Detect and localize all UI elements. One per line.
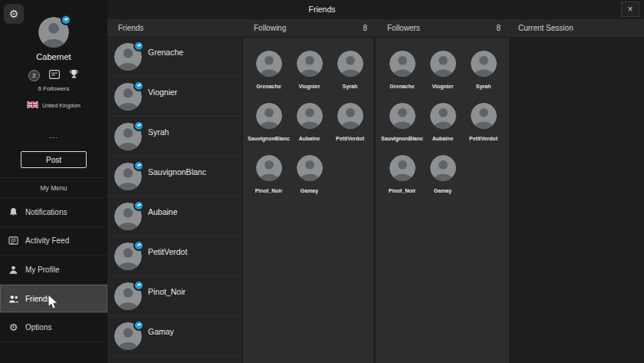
- friend-avatar: [114, 282, 142, 310]
- friend-row[interactable]: PetitVerdot: [107, 236, 242, 276]
- friend-avatar: [114, 83, 142, 111]
- friend-row[interactable]: SauvignonBlanc: [107, 157, 242, 196]
- user-avatar: [297, 103, 323, 129]
- user-avatar: [256, 51, 282, 77]
- user-tile[interactable]: Aubaine: [289, 103, 330, 141]
- sidebar-item-activity-feed[interactable]: Activity Feed: [0, 226, 107, 256]
- user-tile[interactable]: SauvignonBlanc: [248, 103, 289, 141]
- online-badge-icon: [133, 81, 144, 91]
- gear-icon: ⚙: [4, 4, 24, 24]
- friends-column-header: Friends: [118, 19, 143, 37]
- online-badge-icon: [133, 160, 144, 171]
- following-count: 8: [356, 19, 367, 37]
- gear-icon: ⚙: [8, 322, 19, 332]
- tile-name: SauvignonBlanc: [248, 136, 290, 141]
- card-icon: [49, 68, 60, 82]
- followers-count: 8: [490, 19, 501, 37]
- sidebar-item-options[interactable]: ⚙ Options: [0, 312, 107, 342]
- user-tile[interactable]: PetitVerdot: [330, 103, 370, 141]
- user-tile[interactable]: Pinot_Noir: [248, 155, 289, 193]
- following-panel: Grenache Viognier: [243, 37, 373, 363]
- user-tile[interactable]: Aubaine: [422, 103, 463, 141]
- tile-name: Aubaine: [299, 136, 320, 141]
- friend-row[interactable]: Viognier: [107, 77, 242, 117]
- friend-name: SauvignonBlanc: [148, 167, 206, 177]
- friend-avatar: [114, 43, 142, 71]
- user-tile[interactable]: Viognier: [422, 51, 463, 89]
- user-avatar: [430, 103, 456, 129]
- friend-name: Gamay: [148, 327, 174, 336]
- friend-name: PetitVerdot: [148, 247, 187, 256]
- divider: [0, 177, 107, 178]
- tile-name: Syrah: [343, 84, 357, 89]
- menu-item-label: My Profile: [25, 266, 59, 274]
- friend-avatar: [114, 203, 142, 230]
- tile-name: Aubaine: [432, 136, 454, 141]
- user-tile[interactable]: Syrah: [330, 51, 370, 89]
- user-avatar: [297, 155, 323, 181]
- friend-avatar: [114, 243, 142, 270]
- tile-name: Viognier: [432, 84, 454, 89]
- friend-avatar: [114, 123, 142, 150]
- friend-avatar: [114, 163, 142, 190]
- tile-name: Gamay: [301, 188, 318, 193]
- country-name: United Kingdom: [42, 103, 80, 108]
- friends-list: Grenache Viognier: [107, 37, 242, 363]
- user-avatar: [256, 155, 282, 181]
- user-avatar: [430, 51, 456, 77]
- friends-screen: Friends × Friends Following 8 Followers …: [0, 0, 644, 363]
- menu-item-label: Options: [25, 323, 51, 332]
- online-badge-icon: [61, 15, 71, 25]
- uk-flag-icon: [27, 101, 38, 109]
- user-avatar: [389, 155, 416, 181]
- followers-count-text: 6 Followers: [0, 85, 107, 92]
- tile-name: SauvignonBlanc: [381, 136, 423, 141]
- friend-name: Aubaine: [148, 207, 178, 216]
- online-badge-icon: [133, 120, 144, 131]
- user-avatar: [297, 51, 323, 77]
- online-badge-icon: [133, 280, 144, 291]
- friend-row[interactable]: Syrah: [107, 117, 242, 157]
- friends-icon: [8, 294, 19, 304]
- friend-name: Syrah: [148, 127, 169, 137]
- post-button[interactable]: Post: [21, 151, 87, 168]
- tile-name: Viognier: [299, 84, 320, 89]
- user-tile[interactable]: Gamay: [422, 155, 463, 193]
- user-avatar: [337, 103, 363, 129]
- user-tile[interactable]: Pinot_Noir: [382, 155, 422, 193]
- following-column-header: Following: [254, 19, 286, 37]
- friend-row[interactable]: Grenache: [107, 37, 242, 77]
- online-badge-icon: [133, 200, 144, 211]
- profile-stats-row: 2: [0, 68, 107, 82]
- online-badge-icon: [133, 41, 144, 51]
- user-avatar: [471, 51, 497, 77]
- tile-name: Grenache: [256, 84, 281, 89]
- current-session-header: Current Session: [518, 19, 573, 37]
- menu-item-label: Activity Feed: [25, 236, 69, 245]
- user-avatar: [430, 155, 456, 181]
- friend-row[interactable]: Gamay: [107, 316, 242, 356]
- friend-name: Grenache: [148, 48, 183, 57]
- user-tile[interactable]: Viognier: [289, 51, 330, 89]
- menu-title: My Menu: [0, 184, 107, 192]
- activity-feed-icon: [8, 236, 19, 246]
- profile-avatar[interactable]: [38, 17, 69, 48]
- online-badge-icon: [133, 240, 144, 251]
- column-headers-strip: Friends Following 8 Followers 8 Current …: [107, 19, 644, 38]
- user-tile[interactable]: SauvignonBlanc: [382, 103, 422, 141]
- sidebar-item-notifications[interactable]: Notifications: [0, 197, 107, 226]
- user-avatar: [471, 103, 497, 129]
- user-tile[interactable]: Grenache: [382, 51, 422, 89]
- user-avatar: [389, 103, 416, 129]
- followers-column-header: Followers: [387, 19, 420, 37]
- friend-row[interactable]: Aubaine: [107, 196, 242, 236]
- user-avatar: [337, 51, 363, 77]
- settings-button[interactable]: ⚙: [4, 4, 24, 24]
- user-tile[interactable]: Grenache: [248, 51, 289, 89]
- user-tile[interactable]: Syrah: [463, 51, 504, 89]
- close-button[interactable]: ×: [621, 2, 639, 17]
- user-tile[interactable]: Gamay: [289, 155, 330, 193]
- user-tile[interactable]: PetitVerdot: [463, 103, 504, 141]
- sidebar-item-my-profile[interactable]: My Profile: [0, 255, 107, 284]
- friend-row[interactable]: Pinot_Noir: [107, 276, 242, 316]
